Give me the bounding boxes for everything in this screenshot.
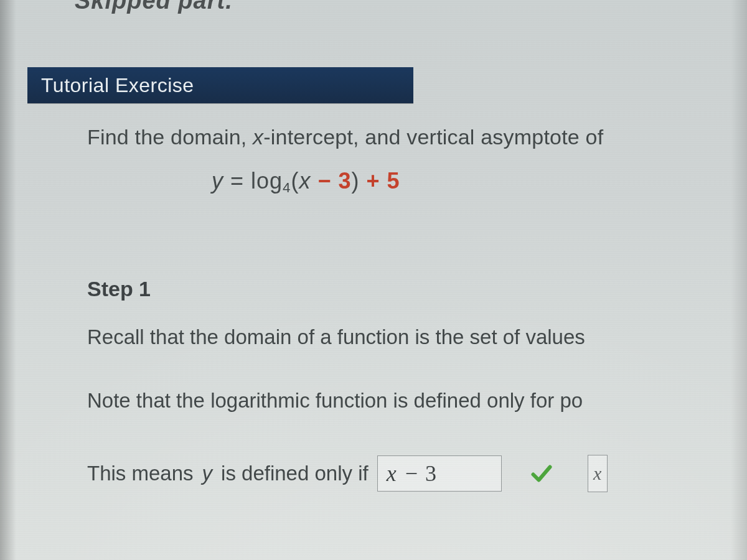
tutorial-exercise-banner: Tutorial Exercise: [27, 67, 413, 103]
step-1-label: Step 1: [87, 277, 747, 301]
answer-prefix: This means: [87, 462, 194, 485]
screenshot-surface: Skipped part. Tutorial Exercise Find the…: [0, 0, 747, 560]
answer-box-minus: −: [405, 460, 419, 487]
answer-line: This means y is defined only if x − 3 x: [87, 455, 747, 492]
photo-edge-left: [0, 0, 16, 560]
step-1-line-1: Recall that the domain of a function is …: [87, 324, 747, 352]
answer-y-italic: y: [202, 462, 213, 485]
prompt-x-italic: x: [253, 125, 263, 149]
content-area: Find the domain, x-intercept, and vertic…: [87, 123, 747, 492]
equation-plus5: + 5: [360, 168, 400, 194]
step-1-line-2: Note that the logarithmic function is de…: [87, 387, 747, 415]
cutoff-header-text: Skipped part.: [75, 0, 233, 14]
answer-middle: is defined only if: [221, 462, 369, 485]
answer-input-box[interactable]: x − 3: [377, 455, 502, 492]
answer-box-x: x: [387, 460, 398, 487]
equation-x: x: [299, 168, 311, 194]
check-icon: [530, 462, 553, 485]
answer-box-three: 3: [425, 460, 438, 487]
equation-log: log4: [251, 168, 291, 194]
equation-log-label: log: [251, 168, 283, 194]
equation-open: (: [291, 168, 299, 194]
equation-y: y: [212, 168, 223, 194]
banner-title: Tutorial Exercise: [41, 74, 194, 97]
prompt-post: -intercept, and vertical asymptote of: [263, 125, 603, 149]
equation-close: ): [352, 168, 360, 194]
equation-log-base: 4: [283, 180, 291, 195]
equation-equals: =: [223, 168, 251, 194]
problem-prompt: Find the domain, x-intercept, and vertic…: [87, 123, 747, 151]
equation-minus3: − 3: [311, 168, 352, 194]
prompt-pre: Find the domain,: [87, 125, 253, 149]
secondary-input-box[interactable]: x: [588, 455, 608, 492]
equation: y = log4(x − 3) + 5: [212, 168, 747, 196]
